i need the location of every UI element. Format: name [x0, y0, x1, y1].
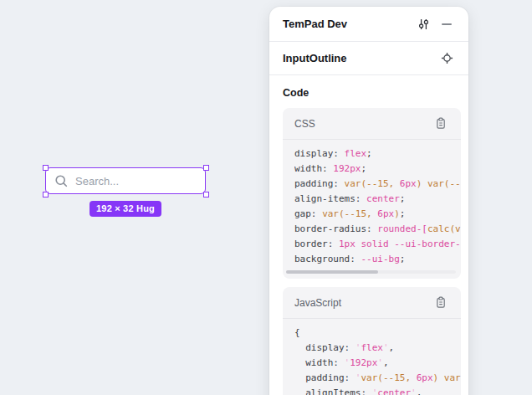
selection-handle-top-right[interactable]	[203, 165, 209, 171]
panel-header: TemPad Dev	[269, 7, 468, 42]
clipboard-copy-icon[interactable]	[432, 115, 449, 132]
clipboard-copy-icon[interactable]	[432, 295, 449, 311]
css-code-block: CSS display: flex;width: 192px;padding: …	[283, 108, 461, 279]
code-section-label: Code	[269, 75, 468, 108]
selected-node-row: InputOutline	[269, 42, 468, 75]
horizontal-scrollbar[interactable]	[286, 270, 456, 274]
crosshair-locate-icon[interactable]	[438, 50, 455, 67]
css-code-lines[interactable]: display: flex;width: 192px;padding: var(…	[283, 140, 461, 267]
magnifier-search-icon	[54, 174, 69, 188]
sliders-icon[interactable]	[415, 16, 432, 33]
tempad-dev-plugin-panel: TemPad Dev InputOutline Code	[269, 7, 468, 395]
panel-title: TemPad Dev	[283, 18, 415, 30]
search-placeholder-text: Search...	[75, 175, 119, 187]
selection-handle-top-left[interactable]	[43, 165, 49, 171]
minimize-icon[interactable]	[438, 16, 455, 33]
javascript-code-lines[interactable]: { display: 'flex', width: '192px', paddi…	[283, 319, 461, 395]
search-input-component[interactable]: Search...	[45, 167, 206, 194]
javascript-block-label: JavaScript	[294, 297, 432, 309]
css-block-header: CSS	[283, 108, 461, 140]
css-block-label: CSS	[294, 118, 432, 130]
selection-handle-bottom-right[interactable]	[203, 192, 209, 198]
selection-handle-bottom-left[interactable]	[43, 192, 49, 198]
javascript-code-block: JavaScript { display: 'flex', width: '19…	[283, 287, 461, 395]
scrollbar-thumb[interactable]	[286, 270, 378, 274]
size-badge: 192 × 32 Hug	[45, 201, 206, 217]
selected-node-name: InputOutline	[283, 52, 438, 64]
javascript-block-header: JavaScript	[283, 287, 461, 319]
